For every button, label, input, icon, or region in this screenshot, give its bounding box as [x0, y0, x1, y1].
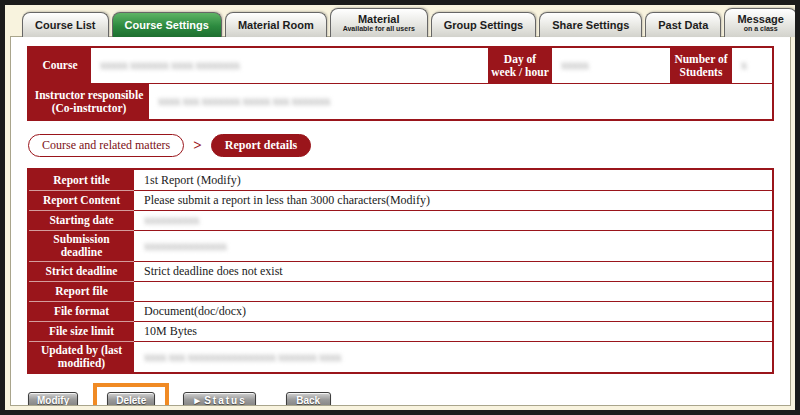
breadcrumb: Course and related matters > Report deta…: [28, 134, 790, 157]
report-row-label: Report Content: [29, 190, 134, 210]
table-row: File size limit 10M Bytes: [29, 321, 772, 341]
instructor-label: Instructor responsible (Co-instructor): [29, 84, 149, 119]
breadcrumb-course-related-matters[interactable]: Course and related matters: [28, 134, 184, 157]
course-header-table: Course xxxxx xxxxxxx xxxx xxxxxxxx Day o…: [27, 46, 774, 121]
redacted-updated-by: xxxx xxx xxxxxxxxxxxxxxxx xxxxxxx xxxx: [144, 350, 341, 365]
report-details-table: Report title 1st Report (Modify) Report …: [27, 168, 774, 374]
report-row-label: Starting date: [29, 210, 134, 230]
report-row-label: Updated by (last modified): [29, 341, 134, 372]
tab-bar: Course List Course Settings Material Roo…: [22, 8, 797, 37]
table-row: File format Document(doc/docx): [29, 301, 772, 321]
tab-group-settings[interactable]: Group Settings: [431, 12, 536, 37]
tab-past-data[interactable]: Past Data: [645, 12, 721, 37]
tab-material-room[interactable]: Material Room: [225, 12, 327, 37]
tab-material-label: Material: [358, 14, 400, 25]
course-value: xxxxx xxxxxxx xxxx xxxxxxxx: [91, 48, 488, 83]
number-of-students-value: x: [732, 48, 772, 83]
table-row: Report Content Please submit a report in…: [29, 190, 772, 210]
course-label: Course: [29, 48, 91, 83]
table-row: Updated by (last modified) xxxx xxx xxxx…: [29, 341, 772, 372]
day-of-week-label: Day of week / hour: [488, 48, 552, 83]
report-row-label: Submission deadline: [29, 230, 134, 261]
instructor-value: xxxx xxx xxxxxxx xxxxx xxx xxxxxxx: [149, 84, 772, 119]
report-row-value: 10M Bytes: [134, 321, 772, 341]
modify-button[interactable]: Modify: [28, 392, 78, 406]
table-row: Report file: [29, 281, 772, 301]
delete-highlight-box: Delete: [93, 383, 169, 406]
redacted-instructor-value: xxxx xxx xxxxxxx xxxxx xxx xxxxxxx: [158, 94, 330, 109]
report-row-value: Please submit a report in less than 3000…: [134, 190, 772, 210]
strict-deadline-value: Strict deadline does not exist: [144, 264, 283, 279]
report-row-label: Report file: [29, 281, 134, 301]
delete-button[interactable]: Delete: [107, 392, 155, 406]
tab-message-label: Message: [737, 14, 783, 25]
redacted-day-value: xxxxx: [561, 58, 589, 73]
report-row-label: Report title: [29, 170, 134, 190]
report-row-value: xxxxxxxxxxxxxxx: [134, 230, 772, 261]
table-row: Strict deadline Strict deadline does not…: [29, 261, 772, 281]
tab-course-settings[interactable]: Course Settings: [112, 12, 222, 37]
number-of-students-label: Number of Students: [670, 48, 732, 83]
tab-message[interactable]: Message on a class: [724, 8, 796, 37]
report-row-value: Document(doc/docx): [134, 301, 772, 321]
file-format-value: Document(doc/docx): [144, 304, 246, 319]
redacted-submission-deadline: xxxxxxxxxxxxxxx: [144, 239, 227, 254]
report-content-value: Please submit a report in less than 3000…: [144, 193, 430, 208]
redacted-course-value: xxxxx xxxxxxx xxxx xxxxxxxx: [100, 58, 240, 73]
action-button-row: Modify Delete ►Status Back: [28, 383, 790, 406]
status-button[interactable]: ►Status: [183, 392, 255, 406]
breadcrumb-report-details: Report details: [211, 134, 311, 157]
report-row-value: Strict deadline does not exist: [134, 261, 772, 281]
report-title-value: 1st Report (Modify): [144, 173, 241, 188]
report-row-value: 1st Report (Modify): [134, 170, 772, 190]
app-window: Course List Course Settings Material Roo…: [0, 0, 800, 415]
redacted-students-value: x: [741, 58, 747, 73]
report-row-value: xxxxxxxxxx: [134, 210, 772, 230]
report-row-value: xxxx xxx xxxxxxxxxxxxxxxx xxxxxxx xxxx: [134, 341, 772, 372]
report-row-value: [134, 281, 772, 301]
table-row: Submission deadline xxxxxxxxxxxxxxx: [29, 230, 772, 261]
report-row-label: File format: [29, 301, 134, 321]
day-of-week-value: xxxxx: [552, 48, 670, 83]
tab-message-subtitle: on a class: [744, 25, 778, 33]
back-button[interactable]: Back: [286, 392, 331, 406]
content-panel: Course xxxxx xxxxxxx xxxx xxxxxxxx Day o…: [10, 36, 791, 406]
tab-material[interactable]: Material Available for all users: [330, 8, 428, 37]
course-header-row-1: Course xxxxx xxxxxxx xxxx xxxxxxxx Day o…: [29, 48, 772, 83]
report-row-label: Strict deadline: [29, 261, 134, 281]
file-size-limit-value: 10M Bytes: [144, 324, 197, 339]
breadcrumb-separator-icon: >: [193, 137, 202, 154]
course-header-row-2: Instructor responsible (Co-instructor) x…: [29, 83, 772, 119]
tab-share-settings[interactable]: Share Settings: [539, 12, 642, 37]
tab-course-list[interactable]: Course List: [22, 12, 109, 37]
table-row: Starting date xxxxxxxxxx: [29, 210, 772, 230]
redacted-starting-date: xxxxxxxxxx: [144, 213, 199, 228]
table-row: Report title 1st Report (Modify): [29, 170, 772, 190]
report-row-label: File size limit: [29, 321, 134, 341]
tab-material-subtitle: Available for all users: [343, 25, 415, 33]
